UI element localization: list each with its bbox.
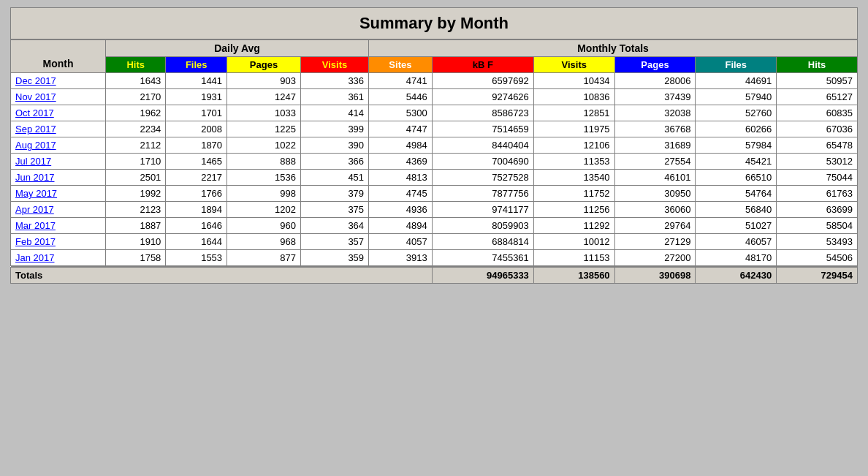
col-files-monthly: Files	[696, 57, 777, 73]
table-row: Dec 201716431441903336474165976921043428…	[11, 73, 858, 89]
table-cell: 375	[300, 202, 368, 218]
table-cell: 1022	[227, 137, 301, 154]
table-cell: 8440404	[432, 137, 533, 154]
table-cell: 414	[300, 105, 368, 121]
month-link[interactable]: Jan 2017	[15, 252, 55, 263]
table-cell: 11256	[533, 202, 614, 218]
table-cell: 1992	[106, 186, 166, 202]
table-cell: 2112	[106, 137, 166, 154]
table-cell: 366	[300, 154, 368, 170]
table-cell: 12106	[533, 137, 614, 154]
table-cell: 66510	[696, 170, 777, 186]
month-link[interactable]: Mar 2017	[15, 220, 56, 231]
table-cell: 7527528	[432, 170, 533, 186]
table-cell: 1536	[227, 170, 301, 186]
table-cell: 998	[227, 186, 301, 202]
month-link[interactable]: Jun 2017	[15, 172, 55, 183]
table-cell: 10434	[533, 73, 614, 89]
monthly-totals-header: Monthly Totals	[369, 40, 858, 57]
month-link[interactable]: May 2017	[15, 188, 57, 199]
table-cell: 4369	[369, 154, 433, 170]
summary-table: Month Daily Avg Monthly Totals Hits File…	[10, 39, 858, 284]
table-cell: 1643	[106, 73, 166, 89]
table-row: Jan 201717581553877359391374553611115327…	[11, 250, 858, 266]
table-cell: 10012	[533, 234, 614, 250]
month-link[interactable]: Aug 2017	[15, 140, 56, 151]
daily-avg-header: Daily Avg	[106, 40, 369, 57]
table-cell: 2008	[166, 121, 227, 137]
table-cell: 1644	[166, 234, 227, 250]
month-link[interactable]: Jul 2017	[15, 156, 51, 167]
table-cell: 30950	[614, 186, 696, 202]
table-cell: 45421	[696, 154, 777, 170]
table-cell: 1553	[166, 250, 227, 266]
table-cell: 54764	[696, 186, 777, 202]
month-link[interactable]: Sep 2017	[15, 124, 56, 135]
table-cell: 27200	[614, 250, 696, 266]
table-cell: 1931	[166, 89, 227, 105]
table-cell: 60835	[777, 105, 858, 121]
table-wrapper: Summary by Month Month Daily Avg Monthly…	[10, 7, 858, 284]
table-cell: 1758	[106, 250, 166, 266]
table-cell: 888	[227, 154, 301, 170]
table-cell: 364	[300, 218, 368, 234]
month-link[interactable]: Feb 2017	[15, 236, 56, 247]
table-cell: 63699	[777, 202, 858, 218]
month-link[interactable]: Oct 2017	[15, 107, 54, 118]
table-cell: 4747	[369, 121, 433, 137]
page-title: Summary by Month	[10, 7, 858, 39]
table-cell: 399	[300, 121, 368, 137]
col-files-daily: Files	[166, 57, 227, 73]
month-header: Month	[11, 40, 106, 73]
col-visits-monthly: Visits	[533, 57, 614, 73]
header-group-row: Month Daily Avg Monthly Totals	[11, 40, 858, 57]
table-cell: 36060	[614, 202, 696, 218]
totals-label: Totals	[11, 268, 433, 284]
table-cell: 1962	[106, 105, 166, 121]
table-cell: 28006	[614, 73, 696, 89]
col-hits-monthly: Hits	[777, 57, 858, 73]
table-cell: 7004690	[432, 154, 533, 170]
table-cell: 60266	[696, 121, 777, 137]
table-row: Mar 201718871646960364489480599031129229…	[11, 218, 858, 234]
table-cell: 54506	[777, 250, 858, 266]
table-cell: 2234	[106, 121, 166, 137]
table-cell: 46057	[696, 234, 777, 250]
table-cell: 4813	[369, 170, 433, 186]
table-row: Apr 201721231894120237549369741177112563…	[11, 202, 858, 218]
table-cell: 51027	[696, 218, 777, 234]
table-cell: 27554	[614, 154, 696, 170]
col-sites: Sites	[369, 57, 433, 73]
table-cell: 4057	[369, 234, 433, 250]
month-link[interactable]: Apr 2017	[15, 204, 54, 215]
table-cell: 336	[300, 73, 368, 89]
table-cell: 13540	[533, 170, 614, 186]
table-cell: 4936	[369, 202, 433, 218]
table-cell: 8059903	[432, 218, 533, 234]
month-link[interactable]: Nov 2017	[15, 91, 56, 102]
table-cell: 31689	[614, 137, 696, 154]
table-cell: 1247	[227, 89, 301, 105]
col-hits-daily: Hits	[106, 57, 166, 73]
col-pages-daily: Pages	[227, 57, 301, 73]
month-link[interactable]: Dec 2017	[15, 75, 56, 86]
table-cell: 65127	[777, 89, 858, 105]
table-row: May 201719921766998379474578777561175230…	[11, 186, 858, 202]
table-cell: 451	[300, 170, 368, 186]
table-cell: 6884814	[432, 234, 533, 250]
table-row: Sep 201722342008122539947477514659119753…	[11, 121, 858, 137]
table-cell: 12851	[533, 105, 614, 121]
table-cell: 2123	[106, 202, 166, 218]
table-cell: 379	[300, 186, 368, 202]
totals-cell: 94965333	[432, 268, 533, 284]
table-cell: 390	[300, 137, 368, 154]
table-cell: 61763	[777, 186, 858, 202]
col-visits-daily: Visits	[300, 57, 368, 73]
table-cell: 1033	[227, 105, 301, 121]
table-body: Dec 201716431441903336474165976921043428…	[11, 73, 858, 284]
table-cell: 65478	[777, 137, 858, 154]
table-cell: 67036	[777, 121, 858, 137]
table-cell: 75044	[777, 170, 858, 186]
table-cell: 8586723	[432, 105, 533, 121]
table-cell: 11353	[533, 154, 614, 170]
